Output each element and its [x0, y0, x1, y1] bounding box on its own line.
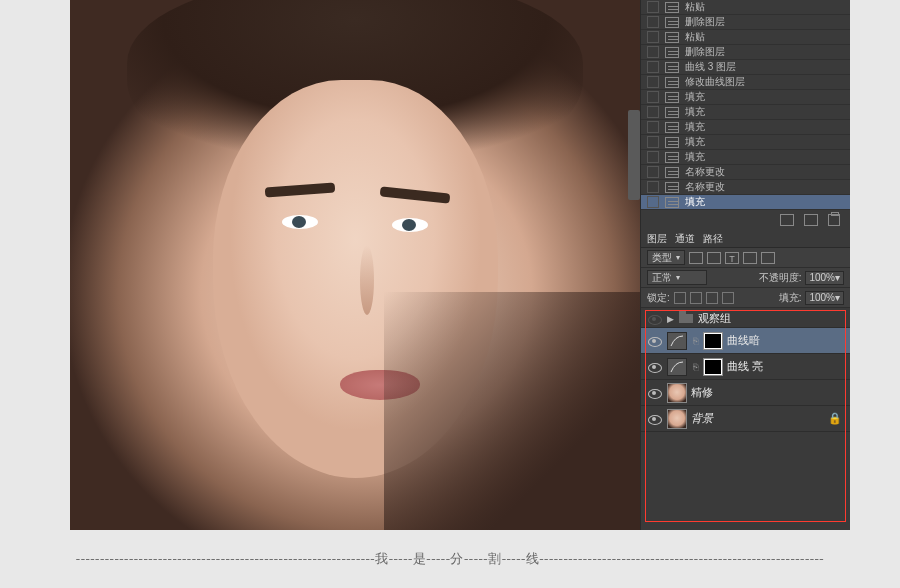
history-state-checkbox[interactable]	[647, 106, 659, 118]
history-state-checkbox[interactable]	[647, 91, 659, 103]
layer-row-retouch[interactable]: 精修	[641, 380, 850, 406]
layer-mask-thumb[interactable]	[703, 332, 723, 350]
history-item-label: 删除图层	[685, 45, 725, 59]
lock-transparency-icon[interactable]	[674, 292, 686, 304]
layers-tabs: 图层 通道 路径	[641, 230, 850, 248]
opacity-value-input[interactable]: 100% ▾	[805, 271, 844, 285]
opacity-label: 不透明度:	[759, 271, 802, 285]
history-state-checkbox[interactable]	[647, 136, 659, 148]
history-state-checkbox[interactable]	[647, 166, 659, 178]
layer-filter-row: 类型 ▾ T	[641, 248, 850, 268]
photoshop-window: 粘贴删除图层粘贴删除图层曲线 3 图层修改曲线图层填充填充填充填充填充名称更改名…	[70, 0, 850, 530]
visibility-toggle-icon[interactable]	[645, 312, 663, 326]
layer-label: 曲线 亮	[727, 359, 763, 374]
history-item[interactable]: 填充	[641, 150, 850, 165]
history-list[interactable]: 粘贴删除图层粘贴删除图层曲线 3 图层修改曲线图层填充填充填充填充填充名称更改名…	[641, 0, 850, 210]
tab-paths[interactable]: 路径	[703, 232, 723, 246]
create-document-icon[interactable]	[804, 214, 818, 226]
layer-thumb[interactable]	[667, 383, 687, 403]
layer-group-row[interactable]: ▶ 观察组	[641, 310, 850, 328]
history-step-icon	[665, 107, 679, 118]
right-panels: 粘贴删除图层粘贴删除图层曲线 3 图层修改曲线图层填充填充填充填充填充名称更改名…	[640, 0, 850, 530]
blend-opacity-row: 正常 ▾ 不透明度: 100% ▾	[641, 268, 850, 288]
history-item-label: 名称更改	[685, 165, 725, 179]
document-image	[70, 0, 640, 530]
history-item[interactable]: 粘贴	[641, 0, 850, 15]
layer-row-curves-light[interactable]: ⎘ 曲线 亮	[641, 354, 850, 380]
lock-fill-row: 锁定: 填充: 100% ▾	[641, 288, 850, 308]
history-step-icon	[665, 77, 679, 88]
curves-adjustment-icon	[667, 358, 687, 376]
chevron-down-icon: ▾	[676, 253, 680, 262]
history-step-icon	[665, 122, 679, 133]
history-item-label: 修改曲线图层	[685, 75, 745, 89]
history-item[interactable]: 曲线 3 图层	[641, 60, 850, 75]
history-item[interactable]: 填充	[641, 90, 850, 105]
layer-row-background[interactable]: 背景 🔒	[641, 406, 850, 432]
visibility-toggle-icon[interactable]	[645, 360, 663, 374]
layer-thumb[interactable]	[667, 409, 687, 429]
layer-mask-thumb[interactable]	[703, 358, 723, 376]
history-step-icon	[665, 62, 679, 73]
history-item-label: 填充	[685, 105, 705, 119]
history-item[interactable]: 填充	[641, 135, 850, 150]
layer-label: 曲线暗	[727, 333, 760, 348]
filter-adjust-icon[interactable]	[707, 252, 721, 264]
history-state-checkbox[interactable]	[647, 16, 659, 28]
history-item[interactable]: 修改曲线图层	[641, 75, 850, 90]
history-item[interactable]: 粘贴	[641, 30, 850, 45]
history-state-checkbox[interactable]	[647, 121, 659, 133]
history-state-checkbox[interactable]	[647, 196, 659, 208]
history-item[interactable]: 填充	[641, 195, 850, 210]
history-item[interactable]: 名称更改	[641, 180, 850, 195]
filter-image-icon[interactable]	[689, 252, 703, 264]
chevron-down-icon: ▾	[835, 272, 840, 283]
history-item[interactable]: 填充	[641, 120, 850, 135]
history-footer	[641, 210, 850, 230]
layer-stack: ▶ 观察组 ⎘ 曲线暗	[641, 308, 850, 530]
history-item-label: 填充	[685, 195, 705, 209]
history-step-icon	[665, 197, 679, 208]
layer-row-curves-dark[interactable]: ⎘ 曲线暗	[641, 328, 850, 354]
history-step-icon	[665, 182, 679, 193]
visibility-toggle-icon[interactable]	[645, 334, 663, 348]
lock-all-icon[interactable]	[722, 292, 734, 304]
history-item-label: 填充	[685, 90, 705, 104]
visibility-toggle-icon[interactable]	[645, 386, 663, 400]
lock-position-icon[interactable]	[706, 292, 718, 304]
lock-pixels-icon[interactable]	[690, 292, 702, 304]
history-item[interactable]: 删除图层	[641, 15, 850, 30]
layer-label: 精修	[691, 385, 713, 400]
canvas-scrollbar[interactable]	[628, 110, 640, 200]
blend-mode-dropdown[interactable]: 正常 ▾	[647, 270, 707, 285]
trash-icon[interactable]	[828, 214, 840, 226]
lock-icon: 🔒	[828, 412, 842, 425]
history-state-checkbox[interactable]	[647, 61, 659, 73]
filter-smart-icon[interactable]	[761, 252, 775, 264]
folder-icon	[678, 313, 694, 324]
history-state-checkbox[interactable]	[647, 151, 659, 163]
filter-shape-icon[interactable]	[743, 252, 757, 264]
history-item[interactable]: 填充	[641, 105, 850, 120]
new-snapshot-icon[interactable]	[780, 214, 794, 226]
link-icon[interactable]: ⎘	[691, 336, 699, 346]
tab-channels[interactable]: 通道	[675, 232, 695, 246]
history-state-checkbox[interactable]	[647, 46, 659, 58]
history-item[interactable]: 删除图层	[641, 45, 850, 60]
tab-layers[interactable]: 图层	[647, 232, 667, 246]
history-state-checkbox[interactable]	[647, 76, 659, 88]
history-state-checkbox[interactable]	[647, 31, 659, 43]
canvas-area[interactable]	[70, 0, 640, 530]
history-item[interactable]: 名称更改	[641, 165, 850, 180]
history-item-label: 填充	[685, 120, 705, 134]
fill-value-input[interactable]: 100% ▾	[805, 291, 844, 305]
history-step-icon	[665, 32, 679, 43]
history-state-checkbox[interactable]	[647, 181, 659, 193]
visibility-toggle-icon[interactable]	[645, 412, 663, 426]
filter-text-icon[interactable]: T	[725, 252, 739, 264]
history-state-checkbox[interactable]	[647, 1, 659, 13]
link-icon[interactable]: ⎘	[691, 362, 699, 372]
chevron-down-icon: ▾	[835, 292, 840, 303]
filter-type-dropdown[interactable]: 类型 ▾	[647, 250, 685, 265]
expand-arrow-icon[interactable]: ▶	[667, 314, 674, 324]
